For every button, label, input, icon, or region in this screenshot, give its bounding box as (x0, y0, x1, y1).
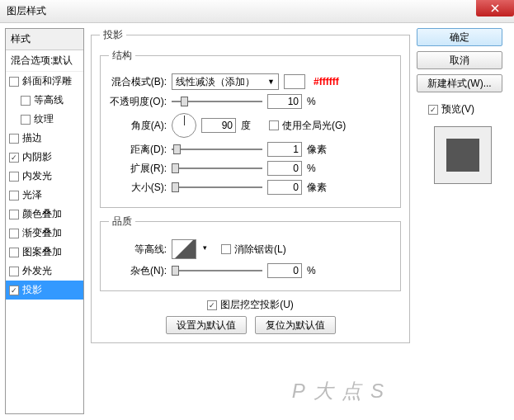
action-buttons: 确定 取消 新建样式(W)... 预览(V) (417, 28, 509, 414)
angle-unit: 度 (241, 119, 264, 133)
style-item-label: 投影 (22, 283, 42, 297)
checkbox-icon (9, 267, 19, 276)
style-item-label: 纹理 (34, 112, 54, 126)
contour-label: 等高线: (109, 243, 167, 257)
checkbox-icon (9, 153, 19, 163)
style-item-11[interactable]: 投影 (6, 281, 83, 300)
global-light-checkbox[interactable]: 使用全局光(G) (269, 119, 346, 133)
noise-label: 杂色(N): (109, 264, 167, 278)
styles-list: 样式 混合选项:默认 斜面和浮雕等高线纹理描边内阴影内发光光泽颜色叠加渐变叠加图… (5, 28, 84, 414)
checkbox-icon (9, 286, 19, 295)
checkbox-icon (9, 172, 19, 182)
preview-box (434, 126, 492, 184)
preview-swatch (446, 139, 479, 172)
style-item-7[interactable]: 颜色叠加 (6, 205, 83, 224)
preview-checkbox[interactable]: 预览(V) (428, 102, 509, 116)
style-item-label: 等高线 (34, 93, 64, 107)
size-unit: 像素 (307, 181, 330, 195)
checkbox-icon (9, 191, 19, 201)
reset-default-button[interactable]: 复位为默认值 (255, 316, 336, 334)
distance-slider[interactable] (172, 142, 262, 157)
style-item-0[interactable]: 斜面和浮雕 (6, 72, 83, 91)
blend-mode-dropdown[interactable]: 线性减淡（添加） (172, 73, 279, 90)
blend-mode-label: 混合模式(B): (109, 75, 167, 89)
checkbox-icon (9, 248, 19, 257)
structure-fieldset: 结构 混合模式(B): 线性减淡（添加） #ffffff 不透明度(O): % (100, 49, 401, 208)
style-item-label: 内发光 (22, 169, 52, 183)
style-item-6[interactable]: 光泽 (6, 186, 83, 205)
checkbox-icon (428, 105, 438, 115)
close-button[interactable] (476, 0, 514, 17)
style-item-label: 描边 (22, 131, 42, 145)
checkbox-icon (9, 229, 19, 238)
style-item-10[interactable]: 外发光 (6, 262, 83, 281)
checkbox-icon (21, 96, 31, 106)
style-item-label: 渐变叠加 (22, 226, 62, 240)
spread-input[interactable] (267, 161, 302, 176)
antialias-label: 消除锯齿(L) (234, 243, 286, 257)
new-style-button[interactable]: 新建样式(W)... (417, 74, 502, 92)
checkbox-icon (21, 115, 31, 125)
style-item-label: 光泽 (22, 188, 42, 202)
color-hex: #ffffff (314, 76, 339, 87)
angle-dial[interactable] (172, 113, 196, 138)
distance-label: 距离(D): (109, 143, 167, 157)
blend-options-default[interactable]: 混合选项:默认 (6, 50, 83, 72)
contour-picker[interactable] (172, 239, 196, 259)
options-panel: 投影 结构 混合模式(B): 线性减淡（添加） #ffffff 不透明度(O):… (91, 28, 410, 414)
spread-unit: % (307, 163, 330, 174)
checkbox-icon (207, 300, 217, 310)
cancel-button[interactable]: 取消 (417, 51, 502, 69)
checkbox-icon (9, 134, 19, 144)
opacity-slider[interactable] (172, 94, 262, 109)
distance-unit: 像素 (307, 143, 330, 157)
section-fieldset: 投影 结构 混合模式(B): 线性减淡（添加） #ffffff 不透明度(O):… (91, 28, 410, 343)
checkbox-icon (9, 77, 19, 87)
spread-label: 扩展(R): (109, 162, 167, 176)
close-icon (491, 4, 499, 12)
knockout-checkbox[interactable]: 图层挖空投影(U) (207, 298, 294, 312)
size-input[interactable] (267, 180, 302, 195)
noise-slider[interactable] (172, 263, 262, 278)
style-item-label: 图案叠加 (22, 245, 62, 259)
checkbox-icon (221, 244, 231, 254)
style-item-5[interactable]: 内发光 (6, 167, 83, 186)
opacity-unit: % (307, 96, 330, 107)
preview-label: 预览(V) (441, 102, 474, 116)
style-item-label: 斜面和浮雕 (22, 74, 72, 88)
style-item-label: 内阴影 (22, 150, 52, 164)
style-item-2[interactable]: 纹理 (6, 110, 83, 129)
angle-label: 角度(A): (109, 119, 167, 133)
quality-fieldset: 品质 等高线: 消除锯齿(L) 杂色(N): % (100, 215, 401, 291)
style-item-8[interactable]: 渐变叠加 (6, 224, 83, 243)
make-default-button[interactable]: 设置为默认值 (166, 316, 247, 334)
spread-slider[interactable] (172, 161, 262, 176)
noise-input[interactable] (267, 263, 302, 278)
style-item-9[interactable]: 图案叠加 (6, 243, 83, 262)
size-slider[interactable] (172, 180, 262, 195)
angle-input[interactable] (201, 118, 236, 133)
style-item-label: 外发光 (22, 264, 52, 278)
antialias-checkbox[interactable]: 消除锯齿(L) (221, 243, 286, 257)
blend-mode-value: 线性减淡（添加） (176, 75, 255, 89)
window-title: 图层样式 (3, 4, 46, 18)
style-item-label: 颜色叠加 (22, 207, 62, 221)
ok-button[interactable]: 确定 (417, 28, 502, 46)
checkbox-icon (9, 210, 19, 219)
style-item-1[interactable]: 等高线 (6, 91, 83, 110)
section-title: 投影 (100, 28, 126, 42)
structure-legend: 结构 (109, 49, 135, 63)
knockout-label: 图层挖空投影(U) (220, 298, 294, 312)
quality-legend: 品质 (109, 215, 135, 229)
opacity-input[interactable] (267, 94, 302, 109)
style-item-3[interactable]: 描边 (6, 129, 83, 148)
size-label: 大小(S): (109, 181, 167, 195)
checkbox-icon (269, 120, 279, 130)
opacity-label: 不透明度(O): (109, 95, 167, 109)
global-light-label: 使用全局光(G) (282, 119, 346, 133)
watermark: P 大 点 S (292, 378, 385, 404)
color-swatch[interactable] (284, 74, 305, 89)
styles-header: 样式 (6, 29, 83, 50)
distance-input[interactable] (267, 142, 302, 157)
style-item-4[interactable]: 内阴影 (6, 148, 83, 167)
